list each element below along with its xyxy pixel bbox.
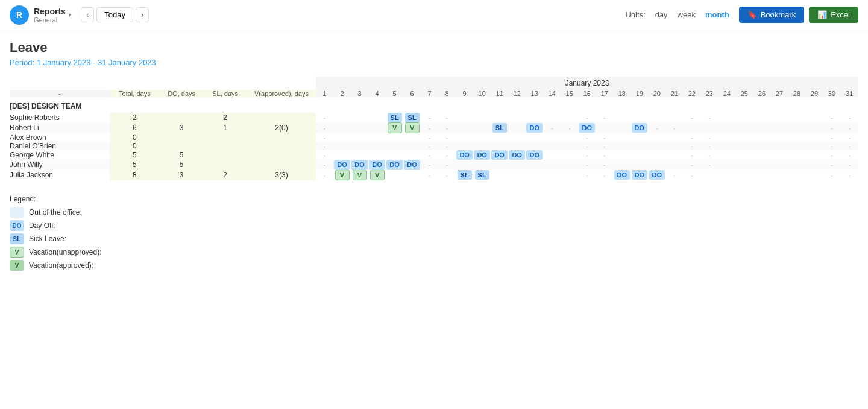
total-cell: 8 (110, 170, 160, 180)
header: R Reports General ▾ ‹ Today › Units: day… (0, 0, 868, 30)
total-cell: 5 (110, 160, 160, 170)
day-header-22: 22 (683, 90, 700, 97)
day-header-12: 12 (508, 90, 526, 97)
table-row: Robert Li6312(0)-VV--SLDO--DODO---- (10, 122, 858, 133)
day-cell-16: - (578, 113, 596, 122)
day-cell-1: - (316, 142, 333, 150)
legend-item-sl: SL Sick Leave: (10, 233, 858, 244)
day-cell-19 (631, 113, 648, 122)
app-name: Reports (34, 7, 66, 16)
day-cell-8: - (438, 113, 456, 122)
bookmark-button[interactable]: 🔖 Bookmark (739, 7, 805, 23)
day-cell-24 (718, 133, 735, 142)
day-header-4: 4 (368, 90, 386, 97)
legend-item-v-unapp: V Vacation(unapproved): (10, 247, 858, 258)
day-cell-28 (788, 142, 805, 150)
day-cell-23: - (700, 133, 718, 142)
v-app-cell (247, 113, 316, 122)
day-cell-3 (351, 113, 368, 122)
day-cell-21 (665, 160, 683, 170)
day-header-11: 11 (491, 90, 508, 97)
dropdown-icon[interactable]: ▾ (68, 11, 71, 18)
today-button[interactable]: Today (96, 7, 133, 22)
day-cell-7: - (421, 170, 438, 180)
day-cell-22: - (683, 150, 700, 160)
day-cell-4: DO (368, 160, 386, 170)
unit-month-button[interactable]: month (700, 8, 734, 22)
day-cell-28 (788, 160, 805, 170)
day-cell-29 (805, 113, 823, 122)
day-cell-18 (613, 113, 631, 122)
day-cell-24 (718, 142, 735, 150)
page-title: Leave (10, 40, 858, 55)
day-cell-26 (753, 122, 770, 133)
day-header-14: 14 (543, 90, 561, 97)
nav-controls: ‹ Today › (81, 7, 149, 22)
day-cell-18 (613, 133, 631, 142)
v-app-cell (247, 133, 316, 142)
v-app-cell: 3(3) (247, 170, 316, 180)
day-cell-3 (351, 133, 368, 142)
day-cell-21 (665, 142, 683, 150)
day-cell-23: - (700, 113, 718, 122)
do-cell: 3 (160, 122, 204, 133)
day-cell-15 (561, 170, 578, 180)
day-header-23: 23 (700, 90, 718, 97)
legend-v-unapp-label: Vacation(unapproved): (29, 248, 102, 256)
day-cell-21 (665, 133, 683, 142)
prev-button[interactable]: ‹ (81, 7, 94, 22)
day-cell-18 (613, 142, 631, 150)
day-cell-13 (526, 160, 543, 170)
day-cell-2 (333, 133, 351, 142)
day-cell-1: - (316, 113, 333, 122)
day-header-15: 15 (561, 90, 578, 97)
employee-name: Alex Brown (10, 133, 110, 142)
table-row: Daniel O'Brien0--------- (10, 142, 858, 150)
total-cell: 0 (110, 133, 160, 142)
day-cell-10 (473, 142, 491, 150)
page-content: Leave Period: 1 January 2023 - 31 Januar… (0, 30, 868, 283)
month-header-row: January 2023 (10, 77, 858, 90)
employee-name: Julia Jackson (10, 170, 110, 180)
day-header-3: 3 (351, 90, 368, 97)
unit-week-button[interactable]: week (673, 8, 700, 22)
excel-button[interactable]: 📊 Excel (809, 7, 858, 23)
legend-item-out: Out of the office: (10, 207, 858, 218)
day-cell-21 (665, 113, 683, 122)
excel-icon: 📊 (817, 10, 827, 19)
day-cell-30: - (823, 170, 840, 180)
legend-sl-label: Sick Leave: (29, 235, 66, 243)
day-cell-21: - (665, 122, 683, 133)
day-cell-26 (753, 150, 770, 160)
day-cell-31: - (840, 170, 858, 180)
day-cell-19: DO (631, 170, 648, 180)
sl-cell (203, 160, 247, 170)
next-button[interactable]: › (136, 7, 149, 22)
day-cell-15 (561, 133, 578, 142)
day-cell-13 (526, 142, 543, 150)
day-cell-31: - (840, 122, 858, 133)
day-cell-9 (456, 160, 473, 170)
col-header-row: -Total, daysDO, daysSL, daysV(approved),… (10, 90, 858, 97)
day-cell-10 (473, 133, 491, 142)
day-cell-15: - (561, 122, 578, 133)
day-cell-21: - (665, 170, 683, 180)
day-cell-14 (543, 142, 561, 150)
unit-day-button[interactable]: day (650, 8, 673, 22)
day-cell-1: - (316, 150, 333, 160)
day-cell-24 (718, 160, 735, 170)
day-cell-22: - (683, 160, 700, 170)
employee-name: Robert Li (10, 122, 110, 133)
day-cell-1: - (316, 133, 333, 142)
day-header-6: 6 (403, 90, 421, 97)
day-cell-13 (526, 133, 543, 142)
day-cell-11 (491, 133, 508, 142)
day-cell-25 (735, 142, 753, 150)
v-app-cell: 2(0) (247, 122, 316, 133)
day-cell-10 (473, 122, 491, 133)
day-cell-23: - (700, 142, 718, 150)
day-cell-27 (770, 170, 788, 180)
day-cell-22: - (683, 170, 700, 180)
day-cell-29 (805, 150, 823, 160)
day-cell-25 (735, 133, 753, 142)
